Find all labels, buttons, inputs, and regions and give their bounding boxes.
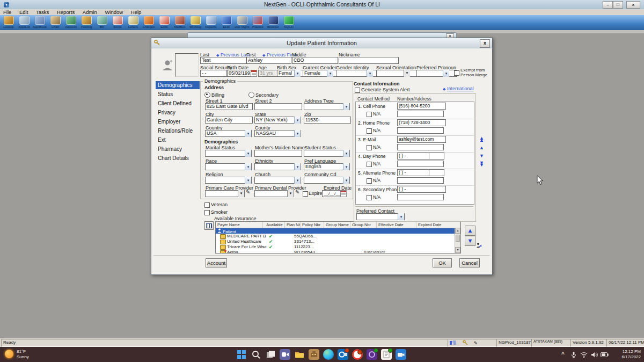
- edge-icon[interactable]: [323, 349, 334, 360]
- toolbar-reports[interactable]: Reports: [203, 16, 218, 30]
- contact-move-up-button[interactable]: ▲: [478, 146, 485, 149]
- toolbar-ehr[interactable]: EHR: [219, 16, 234, 30]
- minimize-button[interactable]: –: [603, 1, 613, 9]
- pdp-edit-pencil-icon[interactable]: ✎: [295, 189, 299, 195]
- account-button[interactable]: Account: [206, 258, 227, 267]
- tray-chevron-up-icon[interactable]: ^: [561, 351, 565, 357]
- wifi-icon[interactable]: [580, 352, 588, 358]
- search-icon[interactable]: [251, 349, 261, 360]
- street1-field[interactable]: 825 East Gate Blvd: [205, 103, 253, 110]
- close-button[interactable]: x: [626, 1, 640, 9]
- purple-app-icon[interactable]: [367, 349, 377, 360]
- insurance-row-tricare[interactable]: Tricare For Life Wisc ✔ 1112223...: [216, 244, 460, 250]
- scroll-thumb[interactable]: [456, 235, 460, 242]
- cell-phone-na-checkbox[interactable]: [367, 112, 372, 117]
- expired-date-calendar-icon[interactable]: [340, 190, 347, 197]
- secondary-phone-field[interactable]: ( ) -: [397, 186, 446, 193]
- file-explorer-icon[interactable]: [294, 349, 305, 360]
- street2-field[interactable]: [254, 103, 302, 110]
- sidebar-item-demographics[interactable]: Demographics: [156, 81, 200, 89]
- home-phone-field[interactable]: (718) 728-3400: [397, 119, 446, 126]
- notes-app-icon[interactable]: [381, 349, 392, 360]
- marital-caret-icon[interactable]: ▾: [245, 150, 251, 157]
- sidebar-item-status[interactable]: Status: [156, 90, 200, 98]
- alternate-phone-na-checkbox[interactable]: [367, 178, 372, 184]
- sexual-orientation-caret-icon[interactable]: ▼: [404, 70, 410, 77]
- billing-radio[interactable]: [204, 92, 210, 98]
- sidebar-item-privacy[interactable]: Privacy: [156, 108, 200, 117]
- toolbar-practice[interactable]: Practice: [250, 16, 265, 30]
- contact-move-top-button[interactable]: ▲▲: [478, 136, 485, 142]
- veteran-checkbox[interactable]: [204, 202, 210, 208]
- patient-photo-frame[interactable]: [175, 53, 199, 77]
- cancel-button[interactable]: Cancel: [459, 258, 480, 267]
- toolbar-bill[interactable]: Bill: [94, 16, 109, 30]
- current-gender-select[interactable]: Female: [303, 70, 340, 77]
- col-group-nbr[interactable]: Group Nbr: [350, 222, 377, 228]
- toolbar-letters[interactable]: Letters: [126, 16, 141, 30]
- toolbar-docmgmt[interactable]: Doc Mgmt: [235, 16, 250, 30]
- home-phone-na-checkbox[interactable]: [367, 128, 372, 134]
- insurance-row-patient[interactable]: Patient: [216, 228, 460, 234]
- toolbar-lookup[interactable]: Lookup: [1, 16, 16, 30]
- gender-identity-caret-icon[interactable]: ▾: [367, 70, 373, 77]
- toolbar-mailbox[interactable]: MailBox: [172, 16, 187, 30]
- ssn-field[interactable]: - -: [200, 70, 227, 77]
- chat-icon[interactable]: [280, 349, 290, 360]
- toolbar-edits[interactable]: Edits: [157, 16, 172, 30]
- toolbar-apptlist[interactable]: ApptList: [17, 16, 32, 30]
- sidebar-item-employer[interactable]: Employer: [156, 118, 200, 126]
- col-plan-nbr[interactable]: Plan Nbr: [285, 222, 301, 228]
- expired-checkbox[interactable]: [303, 191, 308, 197]
- scroll-down-icon[interactable]: ▾: [455, 247, 460, 253]
- sidebar-item-ext[interactable]: Ext: [156, 136, 200, 144]
- ethnicity-caret-icon[interactable]: ▾: [294, 163, 301, 170]
- county-caret-icon[interactable]: ▾: [294, 130, 301, 137]
- preferred-pronoun-caret-icon[interactable]: ▾: [443, 70, 449, 77]
- col-payer-name[interactable]: Payer Name: [216, 222, 263, 228]
- cell-phone-note-field[interactable]: [397, 111, 444, 117]
- birth-date-calendar-icon[interactable]: [251, 70, 257, 77]
- start-button-icon[interactable]: [236, 349, 247, 360]
- toolbar-posting[interactable]: Posting: [79, 16, 94, 30]
- menu-tasks[interactable]: Tasks: [33, 9, 52, 15]
- sexual-orientation-select[interactable]: [376, 70, 418, 77]
- alternate-phone-field[interactable]: ( ) -: [397, 169, 429, 176]
- exempt-merge-checkbox[interactable]: [454, 70, 459, 76]
- toolbar-charges[interactable]: Charges: [141, 16, 156, 30]
- sidebar-item-chart-details[interactable]: Chart Details: [156, 154, 200, 162]
- day-phone-note-field[interactable]: [397, 161, 444, 167]
- home-phone-note-field[interactable]: [397, 127, 444, 134]
- toolbar-worklog[interactable]: Worklog: [188, 16, 203, 30]
- maiden-name-field[interactable]: [254, 150, 302, 157]
- day-phone-field[interactable]: ( ) -: [397, 153, 429, 160]
- secondary-radio[interactable]: [248, 92, 254, 98]
- insurance-grid-button[interactable]: [204, 221, 214, 230]
- email-note-field[interactable]: [397, 144, 444, 150]
- middle-name-field[interactable]: CBO: [292, 57, 338, 64]
- generate-alert-checkbox[interactable]: [355, 88, 360, 93]
- menu-admin[interactable]: Admin: [79, 9, 100, 15]
- church-caret-icon[interactable]: ▾: [294, 177, 301, 184]
- scroll-up-icon[interactable]: ▴: [455, 228, 460, 234]
- race-caret-icon[interactable]: ▾: [245, 163, 251, 170]
- toolbar-account[interactable]: Account: [63, 16, 78, 30]
- state-caret-icon[interactable]: ▾: [294, 117, 301, 124]
- pcp-edit-pencil-icon[interactable]: ✎: [246, 189, 250, 195]
- task-view-icon[interactable]: [265, 349, 276, 360]
- col-available[interactable]: Available: [263, 222, 285, 228]
- red-app-icon[interactable]: [352, 349, 363, 360]
- menu-file[interactable]: File: [0, 9, 14, 15]
- international-link[interactable]: ◆ International: [443, 86, 473, 91]
- pcp-caret-icon[interactable]: ▼: [238, 190, 244, 197]
- tray-clock-date[interactable]: 6/17/2022: [621, 354, 641, 360]
- last-name-field[interactable]: Test: [200, 57, 246, 64]
- nickname-field[interactable]: [339, 57, 399, 64]
- weather-condition[interactable]: Sunny: [17, 354, 29, 359]
- menu-window[interactable]: Window: [101, 9, 126, 15]
- country-caret-icon[interactable]: ▾: [245, 130, 251, 137]
- col-policy-nbr[interactable]: Policy Nbr: [301, 222, 324, 228]
- menu-help[interactable]: Help: [128, 9, 145, 15]
- contact-move-down-button[interactable]: ▼: [478, 154, 485, 157]
- birth-sex-caret-icon[interactable]: ▾: [294, 70, 301, 77]
